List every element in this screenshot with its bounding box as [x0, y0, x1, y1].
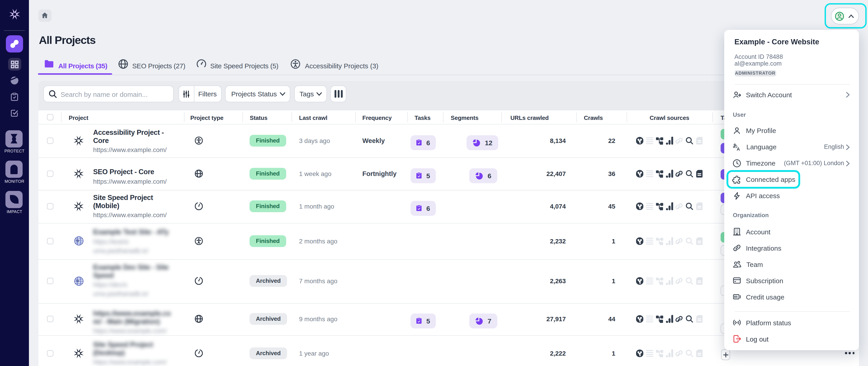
- svg-text:A: A: [737, 146, 740, 151]
